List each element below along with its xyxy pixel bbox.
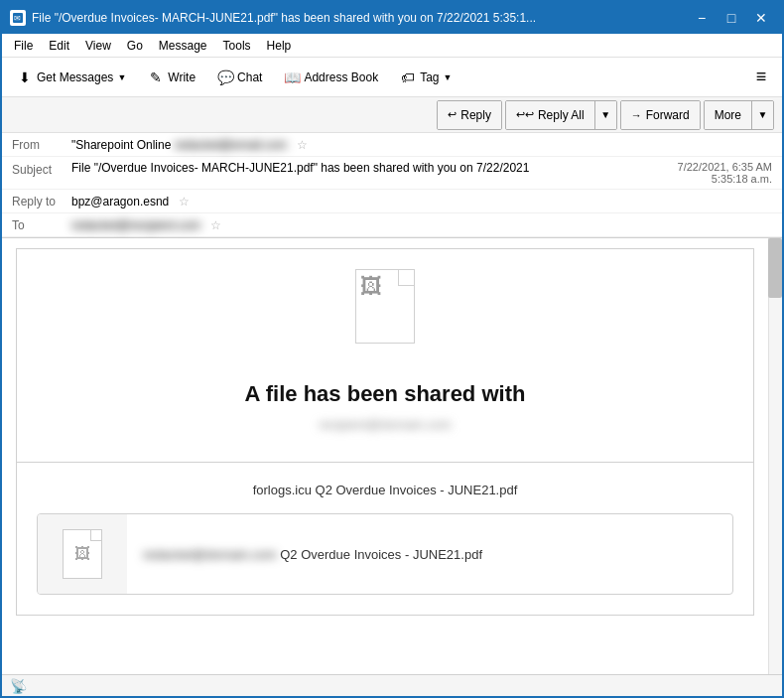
email-window: ✉ File "/Overdue Invoices- MARCH-JUNE21.…: [0, 0, 784, 698]
tag-icon: 🏷: [400, 70, 416, 85]
to-value: redacted@recipient.com ☆: [71, 218, 772, 232]
get-messages-button[interactable]: ⬇ Get Messages ▼: [8, 63, 135, 92]
chat-icon: 💬: [217, 70, 233, 85]
hamburger-button[interactable]: ≡: [746, 63, 776, 92]
more-button[interactable]: More: [705, 101, 751, 129]
subject-value: File "/Overdue Invoices- MARCH-JUNE21.pd…: [71, 161, 668, 175]
title-bar: ✉ File "/Overdue Invoices- MARCH-JUNE21.…: [2, 2, 782, 34]
shared-heading: A file has been shared with: [37, 381, 733, 407]
connection-icon: 📡: [10, 678, 27, 694]
reply-to-value: bpz@aragon.esnd ☆: [71, 195, 772, 209]
reply-to-row: Reply to bpz@aragon.esnd ☆: [2, 190, 782, 213]
minimize-button[interactable]: −: [689, 8, 715, 28]
file-link[interactable]: forlogs.icu Q2 Overdue Invoices - JUNE21…: [37, 483, 733, 497]
address-book-button[interactable]: 📖 Address Book: [275, 63, 387, 92]
app-icon: ✉: [10, 10, 26, 26]
status-bar: 📡: [2, 674, 782, 696]
chat-label: Chat: [237, 70, 262, 84]
menu-help[interactable]: Help: [259, 37, 300, 55]
maximize-button[interactable]: □: [719, 8, 744, 28]
get-messages-label: Get Messages: [37, 70, 113, 84]
reply-split-button: ↩ Reply: [437, 100, 502, 130]
subject-label: Subject: [12, 161, 71, 177]
reply-to-label: Reply to: [12, 195, 71, 209]
subject-row: Subject File "/Overdue Invoices- MARCH-J…: [2, 157, 782, 190]
action-bar: ↩ Reply ↩↩ Reply All ▼ → Forward More ▼: [2, 97, 782, 133]
email-top-section: 🖼 A file has been shared with recipient@…: [16, 248, 754, 463]
subject-datetime: 7/22/2021, 6:35 AM 5:35:18 a.m.: [678, 161, 772, 185]
address-book-label: Address Book: [304, 70, 378, 84]
write-icon: ✎: [148, 70, 164, 85]
address-book-icon: 📖: [284, 70, 300, 85]
tag-label: Tag: [420, 70, 439, 84]
reply-to-star-icon[interactable]: ☆: [179, 195, 190, 209]
svg-text:✉: ✉: [14, 14, 21, 23]
forward-split-button: → Forward: [620, 100, 701, 130]
reply-button[interactable]: ↩ Reply: [438, 101, 501, 129]
file-card-name: redacted@domain.com Q2 Overdue Invoices …: [143, 547, 482, 562]
menu-message[interactable]: Message: [151, 37, 215, 55]
file-icon-large: 🖼: [355, 269, 415, 344]
from-label: From: [12, 138, 71, 152]
forward-icon: →: [631, 109, 642, 121]
menu-file[interactable]: File: [6, 37, 41, 55]
get-messages-arrow[interactable]: ▼: [117, 72, 126, 82]
reply-all-button[interactable]: ↩↩ Reply All: [506, 101, 594, 129]
file-card-info: redacted@domain.com Q2 Overdue Invoices …: [127, 514, 498, 594]
file-card-icon: 🖼: [63, 529, 102, 579]
email-bottom-section: forlogs.icu Q2 Overdue Invoices - JUNE21…: [16, 463, 754, 616]
file-image-icon: 🖼: [360, 274, 382, 300]
email-content: 🖼 A file has been shared with recipient@…: [2, 248, 782, 616]
menu-tools[interactable]: Tools: [215, 37, 259, 55]
window-title: File "/Overdue Invoices- MARCH-JUNE21.pd…: [32, 11, 689, 25]
forward-button[interactable]: → Forward: [621, 101, 700, 129]
tag-arrow: ▼: [444, 72, 453, 82]
menu-bar: File Edit View Go Message Tools Help: [2, 34, 782, 58]
reply-all-icon: ↩↩: [516, 108, 534, 121]
email-header: From "Sharepoint Online redacted@email.c…: [2, 133, 782, 238]
more-split-button: More ▼: [704, 100, 774, 130]
file-card[interactable]: 🖼 redacted@domain.com Q2 Overdue Invoice…: [37, 513, 733, 595]
to-row: To redacted@recipient.com ☆: [2, 213, 782, 237]
close-button[interactable]: ✕: [748, 8, 774, 28]
menu-go[interactable]: Go: [119, 37, 151, 55]
file-preview: 🖼: [38, 514, 127, 594]
pdf-icon: 🖼: [74, 545, 90, 563]
chat-button[interactable]: 💬 Chat: [208, 63, 271, 92]
reply-icon: ↩: [448, 108, 457, 121]
from-star-icon[interactable]: ☆: [297, 138, 308, 152]
recipient-email: recipient@domain.com: [37, 417, 733, 432]
write-button[interactable]: ✎ Write: [139, 63, 204, 92]
menu-edit[interactable]: Edit: [41, 37, 77, 55]
from-value: "Sharepoint Online redacted@email.com ☆: [71, 138, 772, 152]
to-label: To: [12, 218, 71, 232]
toolbar: ⬇ Get Messages ▼ ✎ Write 💬 Chat 📖 Addres…: [2, 58, 782, 97]
to-star-icon[interactable]: ☆: [210, 218, 221, 232]
window-controls: − □ ✕: [689, 8, 774, 28]
tag-button[interactable]: 🏷 Tag ▼: [391, 63, 460, 92]
email-body[interactable]: JCL JCL 🖼 A file has been shared with re…: [2, 238, 782, 674]
reply-all-split-button: ↩↩ Reply All ▼: [505, 100, 617, 130]
menu-view[interactable]: View: [77, 37, 119, 55]
reply-all-dropdown[interactable]: ▼: [594, 101, 616, 129]
from-row: From "Sharepoint Online redacted@email.c…: [2, 133, 782, 157]
write-label: Write: [168, 70, 196, 84]
more-dropdown[interactable]: ▼: [751, 101, 773, 129]
get-messages-icon: ⬇: [17, 70, 33, 85]
